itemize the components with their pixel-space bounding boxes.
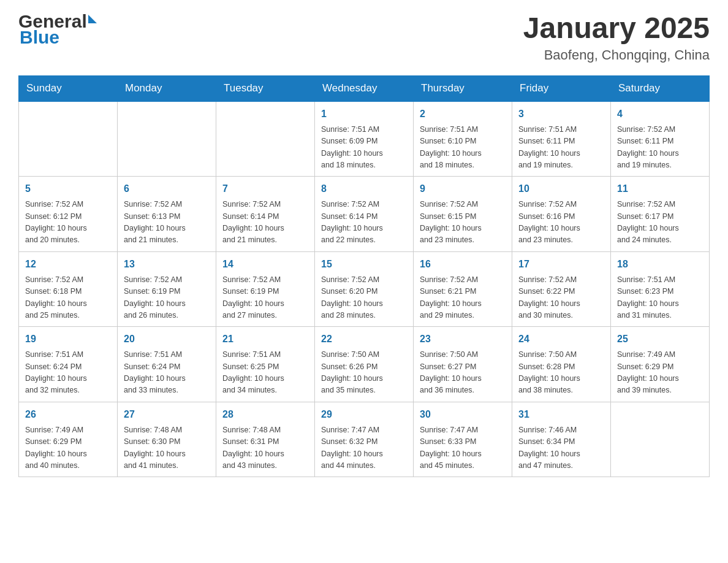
day-of-week-header: Tuesday [216, 75, 315, 101]
calendar-day-cell: 17Sunrise: 7:52 AM Sunset: 6:22 PM Dayli… [512, 251, 611, 327]
day-sun-info: Sunrise: 7:52 AM Sunset: 6:14 PM Dayligh… [321, 199, 407, 247]
calendar-day-cell: 8Sunrise: 7:52 AM Sunset: 6:14 PM Daylig… [315, 177, 414, 252]
day-number: 2 [420, 107, 506, 121]
calendar-day-cell: 9Sunrise: 7:52 AM Sunset: 6:15 PM Daylig… [414, 177, 512, 252]
calendar-day-cell: 13Sunrise: 7:52 AM Sunset: 6:19 PM Dayli… [118, 251, 216, 327]
day-number: 16 [420, 257, 506, 272]
day-number: 20 [124, 332, 210, 347]
calendar-day-cell [118, 101, 216, 177]
day-sun-info: Sunrise: 7:52 AM Sunset: 6:12 PM Dayligh… [25, 199, 111, 247]
calendar-day-cell: 30Sunrise: 7:47 AM Sunset: 6:33 PM Dayli… [414, 402, 512, 477]
day-sun-info: Sunrise: 7:50 AM Sunset: 6:27 PM Dayligh… [420, 349, 506, 397]
logo: General Blue [18, 12, 97, 47]
day-sun-info: Sunrise: 7:52 AM Sunset: 6:21 PM Dayligh… [420, 274, 506, 322]
day-number: 31 [518, 407, 604, 422]
day-sun-info: Sunrise: 7:52 AM Sunset: 6:13 PM Dayligh… [124, 199, 210, 247]
day-sun-info: Sunrise: 7:48 AM Sunset: 6:30 PM Dayligh… [124, 424, 210, 472]
calendar-week-row: 26Sunrise: 7:49 AM Sunset: 6:29 PM Dayli… [19, 402, 710, 477]
day-sun-info: Sunrise: 7:51 AM Sunset: 6:09 PM Dayligh… [321, 124, 407, 172]
day-sun-info: Sunrise: 7:49 AM Sunset: 6:29 PM Dayligh… [617, 349, 703, 397]
calendar-day-cell: 2Sunrise: 7:51 AM Sunset: 6:10 PM Daylig… [414, 101, 512, 177]
calendar-day-cell: 1Sunrise: 7:51 AM Sunset: 6:09 PM Daylig… [315, 101, 414, 177]
day-number: 1 [321, 107, 407, 121]
day-of-week-header: Friday [512, 75, 611, 101]
calendar-day-cell: 6Sunrise: 7:52 AM Sunset: 6:13 PM Daylig… [118, 177, 216, 252]
day-sun-info: Sunrise: 7:51 AM Sunset: 6:24 PM Dayligh… [25, 349, 111, 397]
calendar-day-cell: 18Sunrise: 7:51 AM Sunset: 6:23 PM Dayli… [611, 251, 710, 327]
day-number: 7 [222, 182, 308, 196]
day-number: 9 [420, 182, 506, 196]
day-number: 12 [25, 257, 111, 272]
calendar-day-cell [611, 402, 710, 477]
day-of-week-header: Wednesday [315, 75, 414, 101]
day-number: 8 [321, 182, 407, 196]
location-subtitle: Baofeng, Chongqing, China [523, 47, 710, 63]
calendar-day-cell: 23Sunrise: 7:50 AM Sunset: 6:27 PM Dayli… [414, 327, 512, 402]
title-block: January 2025 Baofeng, Chongqing, China [523, 12, 710, 63]
calendar-day-cell: 11Sunrise: 7:52 AM Sunset: 6:17 PM Dayli… [611, 177, 710, 252]
calendar-day-cell: 31Sunrise: 7:46 AM Sunset: 6:34 PM Dayli… [512, 402, 611, 477]
calendar-day-cell: 25Sunrise: 7:49 AM Sunset: 6:29 PM Dayli… [611, 327, 710, 402]
day-sun-info: Sunrise: 7:52 AM Sunset: 6:19 PM Dayligh… [124, 274, 210, 322]
day-number: 28 [222, 407, 308, 422]
day-number: 6 [124, 182, 210, 196]
day-number: 27 [124, 407, 210, 422]
day-sun-info: Sunrise: 7:50 AM Sunset: 6:26 PM Dayligh… [321, 349, 407, 397]
day-number: 5 [25, 182, 111, 196]
day-sun-info: Sunrise: 7:51 AM Sunset: 6:10 PM Dayligh… [420, 124, 506, 172]
day-sun-info: Sunrise: 7:52 AM Sunset: 6:14 PM Dayligh… [222, 199, 308, 247]
calendar-day-cell: 19Sunrise: 7:51 AM Sunset: 6:24 PM Dayli… [19, 327, 118, 402]
logo-blue-text: Blue [20, 28, 59, 47]
day-sun-info: Sunrise: 7:47 AM Sunset: 6:32 PM Dayligh… [321, 424, 407, 472]
day-number: 21 [222, 332, 308, 347]
day-number: 14 [222, 257, 308, 272]
day-sun-info: Sunrise: 7:52 AM Sunset: 6:11 PM Dayligh… [617, 124, 703, 172]
calendar-day-cell: 12Sunrise: 7:52 AM Sunset: 6:18 PM Dayli… [19, 251, 118, 327]
day-sun-info: Sunrise: 7:51 AM Sunset: 6:23 PM Dayligh… [617, 274, 703, 322]
day-sun-info: Sunrise: 7:52 AM Sunset: 6:20 PM Dayligh… [321, 274, 407, 322]
logo-arrow-icon [88, 15, 97, 23]
day-number: 23 [420, 332, 506, 347]
calendar-day-cell: 20Sunrise: 7:51 AM Sunset: 6:24 PM Dayli… [118, 327, 216, 402]
day-sun-info: Sunrise: 7:52 AM Sunset: 6:17 PM Dayligh… [617, 199, 703, 247]
calendar-day-cell: 24Sunrise: 7:50 AM Sunset: 6:28 PM Dayli… [512, 327, 611, 402]
day-number: 24 [518, 332, 604, 347]
day-number: 26 [25, 407, 111, 422]
day-sun-info: Sunrise: 7:52 AM Sunset: 6:22 PM Dayligh… [518, 274, 604, 322]
calendar-day-cell: 3Sunrise: 7:51 AM Sunset: 6:11 PM Daylig… [512, 101, 611, 177]
day-number: 10 [518, 182, 604, 196]
page-header: General Blue January 2025 Baofeng, Chong… [18, 12, 710, 63]
calendar-day-cell: 16Sunrise: 7:52 AM Sunset: 6:21 PM Dayli… [414, 251, 512, 327]
day-number: 17 [518, 257, 604, 272]
calendar-day-cell [216, 101, 315, 177]
day-sun-info: Sunrise: 7:47 AM Sunset: 6:33 PM Dayligh… [420, 424, 506, 472]
calendar-table: SundayMondayTuesdayWednesdayThursdayFrid… [18, 75, 710, 478]
calendar-day-cell: 4Sunrise: 7:52 AM Sunset: 6:11 PM Daylig… [611, 101, 710, 177]
day-number: 3 [518, 107, 604, 121]
day-sun-info: Sunrise: 7:52 AM Sunset: 6:16 PM Dayligh… [518, 199, 604, 247]
day-sun-info: Sunrise: 7:52 AM Sunset: 6:18 PM Dayligh… [25, 274, 111, 322]
day-sun-info: Sunrise: 7:49 AM Sunset: 6:29 PM Dayligh… [25, 424, 111, 472]
day-sun-info: Sunrise: 7:46 AM Sunset: 6:34 PM Dayligh… [518, 424, 604, 472]
day-sun-info: Sunrise: 7:51 AM Sunset: 6:25 PM Dayligh… [222, 349, 308, 397]
day-number: 11 [617, 182, 703, 196]
calendar-week-row: 19Sunrise: 7:51 AM Sunset: 6:24 PM Dayli… [19, 327, 710, 402]
day-sun-info: Sunrise: 7:51 AM Sunset: 6:11 PM Dayligh… [518, 124, 604, 172]
day-number: 29 [321, 407, 407, 422]
calendar-day-cell: 7Sunrise: 7:52 AM Sunset: 6:14 PM Daylig… [216, 177, 315, 252]
calendar-day-cell: 21Sunrise: 7:51 AM Sunset: 6:25 PM Dayli… [216, 327, 315, 402]
day-of-week-header: Sunday [19, 75, 118, 101]
calendar-day-cell: 26Sunrise: 7:49 AM Sunset: 6:29 PM Dayli… [19, 402, 118, 477]
calendar-day-cell: 29Sunrise: 7:47 AM Sunset: 6:32 PM Dayli… [315, 402, 414, 477]
day-number: 18 [617, 257, 703, 272]
day-sun-info: Sunrise: 7:48 AM Sunset: 6:31 PM Dayligh… [222, 424, 308, 472]
day-sun-info: Sunrise: 7:52 AM Sunset: 6:19 PM Dayligh… [222, 274, 308, 322]
day-sun-info: Sunrise: 7:51 AM Sunset: 6:24 PM Dayligh… [124, 349, 210, 397]
day-number: 25 [617, 332, 703, 347]
day-number: 13 [124, 257, 210, 272]
calendar-day-cell: 5Sunrise: 7:52 AM Sunset: 6:12 PM Daylig… [19, 177, 118, 252]
day-number: 30 [420, 407, 506, 422]
day-number: 19 [25, 332, 111, 347]
calendar-day-cell: 27Sunrise: 7:48 AM Sunset: 6:30 PM Dayli… [118, 402, 216, 477]
calendar-day-cell: 22Sunrise: 7:50 AM Sunset: 6:26 PM Dayli… [315, 327, 414, 402]
